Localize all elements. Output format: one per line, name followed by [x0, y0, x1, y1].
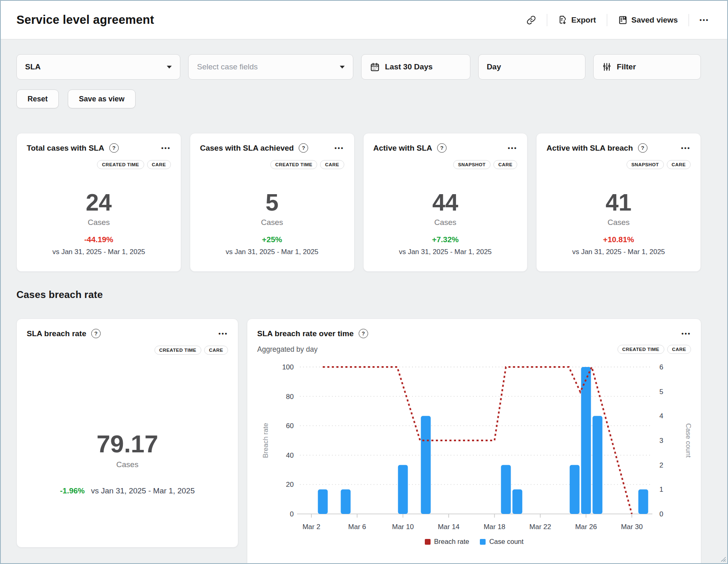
help-icon[interactable]: ? — [437, 143, 447, 153]
reset-button[interactable]: Reset — [16, 89, 59, 108]
badge-care: CARE — [320, 160, 344, 169]
date-range-value: Last 30 Days — [385, 62, 433, 71]
help-icon[interactable]: ? — [299, 143, 308, 153]
card-title: Total cases with SLA — [27, 144, 104, 153]
svg-text:60: 60 — [286, 422, 294, 430]
filter-actions: Reset Save as view — [16, 89, 701, 108]
kpi-card-row: Total cases with SLA ? ••• CREATED TIME … — [16, 133, 701, 272]
card-title: SLA breach rate — [27, 329, 86, 338]
badge-care: CARE — [147, 160, 171, 169]
kpi-delta: +7.32% — [373, 235, 518, 244]
kpi-card-total-cases-with-sla: Total cases with SLA ? ••• CREATED TIME … — [16, 133, 181, 272]
svg-text:Mar 18: Mar 18 — [484, 523, 505, 531]
svg-text:0: 0 — [659, 510, 663, 518]
metric-dropdown[interactable]: SLA — [16, 54, 180, 80]
card-title: Active with SLA breach — [546, 144, 633, 153]
help-icon[interactable]: ? — [638, 143, 647, 153]
breach-rate-value: 79.17 — [27, 431, 228, 457]
date-range-picker[interactable]: Last 30 Days — [361, 54, 470, 80]
divider — [547, 14, 547, 26]
kpi-card-active-with-sla-breach: Active with SLA breach ? ••• SNAPSHOT CA… — [536, 133, 701, 272]
svg-text:Mar 2: Mar 2 — [302, 523, 320, 531]
kpi-unit: Cases — [546, 218, 691, 227]
legend-item-breach-rate: Breach rate — [425, 538, 469, 546]
card-more-menu[interactable]: ••• — [508, 145, 517, 151]
help-icon[interactable]: ? — [91, 329, 101, 338]
svg-text:Mar 14: Mar 14 — [438, 523, 460, 531]
breach-rate-delta: -1.96% — [60, 486, 85, 495]
card-title: SLA breach rate over time — [257, 329, 354, 338]
card-more-menu[interactable]: ••• — [682, 330, 691, 337]
breach-rate-comparison: vs Jan 31, 2025 - Mar 1, 2025 — [91, 486, 195, 495]
card-more-menu[interactable]: ••• — [161, 145, 170, 151]
filter-bar: SLA Select case fields Last 30 Days — [16, 54, 701, 80]
kpi-comparison: vs Jan 31, 2025 - Mar 1, 2025 — [27, 248, 171, 256]
case-fields-placeholder: Select case fields — [197, 62, 258, 71]
header-more-menu[interactable]: ••• — [694, 13, 715, 27]
copy-link-button[interactable] — [521, 11, 542, 29]
svg-text:6: 6 — [659, 363, 663, 371]
save-as-view-button[interactable]: Save as view — [68, 89, 136, 108]
sla-breach-rate-card: SLA breach rate ? ••• CREATED TIME CARE … — [16, 319, 238, 548]
export-button[interactable]: Export — [552, 11, 602, 29]
svg-text:0: 0 — [290, 510, 294, 518]
badge-snapshot: SNAPSHOT — [453, 160, 491, 169]
kpi-delta: +25% — [200, 235, 344, 244]
kpi-card-active-with-sla: Active with SLA ? ••• SNAPSHOT CARE 44 C… — [363, 133, 528, 272]
card-title: Cases with SLA achieved — [200, 144, 294, 153]
chevron-down-icon — [167, 66, 172, 69]
ellipsis-icon: ••• — [700, 17, 709, 23]
sliders-icon — [602, 62, 612, 72]
svg-text:Case count: Case count — [685, 423, 691, 458]
card-more-menu[interactable]: ••• — [334, 145, 344, 151]
svg-text:100: 100 — [282, 363, 294, 371]
kpi-card-cases-with-sla-achieved: Cases with SLA achieved ? ••• CREATED TI… — [190, 133, 355, 272]
legend-swatch-case-count — [480, 539, 486, 545]
kpi-unit: Cases — [200, 218, 344, 227]
kpi-comparison: vs Jan 31, 2025 - Mar 1, 2025 — [373, 248, 518, 256]
granularity-value: Day — [487, 62, 501, 71]
card-title: Active with SLA — [373, 144, 433, 153]
export-icon — [558, 15, 568, 25]
legend-swatch-breach-rate — [425, 539, 431, 545]
svg-text:2: 2 — [659, 461, 663, 469]
case-fields-dropdown[interactable]: Select case fields — [188, 54, 353, 80]
metric-dropdown-value: SLA — [25, 62, 41, 71]
svg-text:1: 1 — [659, 486, 663, 493]
kpi-value: 44 — [373, 190, 518, 215]
saved-views-label: Saved views — [631, 16, 678, 25]
kpi-unit: Cases — [373, 218, 518, 227]
chart-legend: Breach rate Case count — [257, 538, 691, 546]
filter-button[interactable]: Filter — [593, 54, 701, 80]
badge-created-time: CREATED TIME — [97, 160, 144, 169]
svg-text:5: 5 — [659, 388, 663, 396]
section-heading: Cases breach rate — [16, 289, 701, 300]
svg-text:80: 80 — [286, 393, 294, 401]
badge-created-time: CREATED TIME — [617, 345, 664, 354]
badge-care: CARE — [204, 346, 228, 355]
card-more-menu[interactable]: ••• — [219, 330, 228, 337]
svg-text:Mar 26: Mar 26 — [575, 523, 597, 531]
link-icon — [526, 15, 536, 25]
card-more-menu[interactable]: ••• — [681, 145, 691, 151]
svg-text:Mar 30: Mar 30 — [621, 523, 643, 531]
badge-care: CARE — [493, 160, 517, 169]
svg-text:4: 4 — [659, 412, 663, 420]
svg-text:40: 40 — [286, 452, 294, 459]
svg-text:Mar 10: Mar 10 — [392, 523, 414, 531]
saved-views-icon — [618, 15, 628, 25]
saved-views-button[interactable]: Saved views — [612, 11, 684, 29]
page-title: Service level agreement — [16, 13, 154, 27]
page-header: Service level agreement Export — [1, 1, 727, 39]
calendar-icon — [370, 62, 380, 72]
window-resize-handle[interactable] — [720, 556, 726, 562]
svg-text:3: 3 — [659, 437, 663, 445]
legend-item-case-count: Case count — [480, 538, 523, 546]
badge-snapshot: SNAPSHOT — [627, 160, 664, 169]
help-icon[interactable]: ? — [109, 143, 119, 153]
granularity-dropdown[interactable]: Day — [478, 54, 586, 80]
kpi-unit: Cases — [27, 218, 171, 227]
kpi-value: 41 — [546, 190, 691, 215]
help-icon[interactable]: ? — [359, 329, 368, 338]
breach-rate-row: SLA breach rate ? ••• CREATED TIME CARE … — [16, 319, 701, 564]
